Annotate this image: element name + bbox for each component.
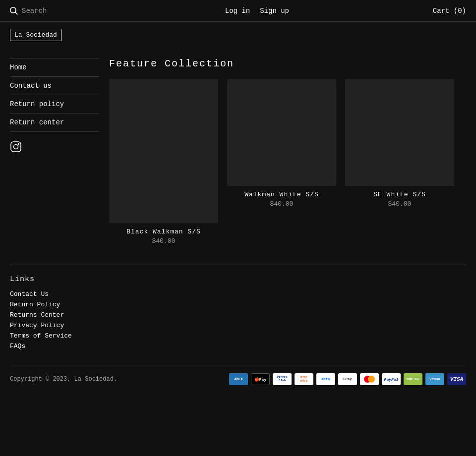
main-layout: Home Contact us Return policy Return cen…	[0, 58, 476, 245]
product-price-2: $40.00	[227, 200, 336, 208]
search-input[interactable]	[22, 7, 81, 15]
header-left	[10, 7, 81, 15]
product-card-2[interactable]: Walkman White S/S $40.00	[227, 79, 336, 245]
sidebar-item-return-center[interactable]: Return center	[10, 114, 99, 132]
sidebar-item-contact-us[interactable]: Contact us	[10, 77, 99, 95]
footer-link-return-policy[interactable]: Return Policy	[10, 301, 466, 308]
main-content: Feature Collection Black Walkman S/S $40…	[109, 58, 466, 245]
footer-link-terms[interactable]: Terms of Service	[10, 332, 466, 340]
product-price-3: $40.00	[345, 200, 454, 208]
svg-rect-0	[11, 142, 21, 152]
sidebar-item-home[interactable]: Home	[10, 58, 99, 77]
header-right: Cart (0)	[433, 7, 466, 15]
payment-icons: AMEX 🍎Pay DinersClub DISCOVER meta GPay …	[229, 373, 466, 385]
footer-link-contact[interactable]: Contact Us	[10, 290, 466, 298]
footer-bottom-divider	[10, 365, 466, 365]
sidebar-item-return-policy[interactable]: Return policy	[10, 95, 99, 114]
product-image-2	[227, 79, 336, 186]
login-link[interactable]: Log in	[225, 7, 250, 15]
footer-bottom: Copyright © 2023, La Sociedad. AMEX 🍎Pay…	[10, 373, 466, 385]
meta-icon: meta	[316, 373, 335, 385]
amex-icon: AMEX	[229, 373, 248, 385]
feature-collection-title: Feature Collection	[109, 58, 466, 69]
footer-link-faqs[interactable]: FAQs	[10, 342, 466, 350]
venmo-icon: venmo	[425, 373, 444, 385]
visa-icon: VISA	[447, 373, 466, 385]
product-card-3[interactable]: SE White S/S $40.00	[345, 79, 454, 245]
product-name-2: Walkman White S/S	[227, 191, 336, 198]
apple-pay-icon: 🍎Pay	[251, 373, 270, 385]
footer-links-title: Links	[10, 275, 466, 284]
shopify-pay-icon: SHOP PAY	[404, 373, 422, 385]
product-card-1[interactable]: Black Walkman S/S $40.00	[109, 79, 218, 245]
footer-link-privacy[interactable]: Privacy Policy	[10, 322, 466, 329]
instagram-link[interactable]	[10, 141, 99, 155]
product-price-1: $40.00	[109, 237, 218, 245]
discover-icon: DISCOVER	[295, 373, 313, 385]
sidebar: Home Contact us Return policy Return cen…	[10, 58, 99, 245]
product-name-1: Black Walkman S/S	[109, 228, 218, 235]
mastercard-icon	[360, 373, 379, 385]
product-image-3	[345, 79, 454, 186]
paypal-icon: PayPal	[382, 373, 401, 385]
footer-link-returns-center[interactable]: Returns Center	[10, 311, 466, 319]
search-icon	[10, 7, 18, 15]
product-image-1	[109, 79, 218, 223]
diners-icon: DinersClub	[273, 373, 292, 385]
svg-point-1	[14, 145, 18, 149]
copyright-text: Copyright © 2023, La Sociedad.	[10, 376, 117, 383]
logo-bar: La Sociedad	[0, 22, 476, 48]
footer-top-divider	[10, 265, 466, 265]
signup-link[interactable]: Sign up	[260, 7, 289, 15]
footer: Links Contact Us Return Policy Returns C…	[0, 265, 476, 405]
product-name-3: SE White S/S	[345, 191, 454, 198]
cart-link[interactable]: Cart (0)	[433, 7, 466, 15]
svg-point-2	[18, 144, 19, 145]
site-header: Log in Sign up Cart (0)	[0, 0, 476, 22]
google-pay-icon: GPay	[338, 373, 357, 385]
product-grid: Black Walkman S/S $40.00 Walkman White S…	[109, 79, 466, 245]
logo[interactable]: La Sociedad	[10, 29, 61, 41]
header-nav: Log in Sign up	[225, 7, 289, 15]
